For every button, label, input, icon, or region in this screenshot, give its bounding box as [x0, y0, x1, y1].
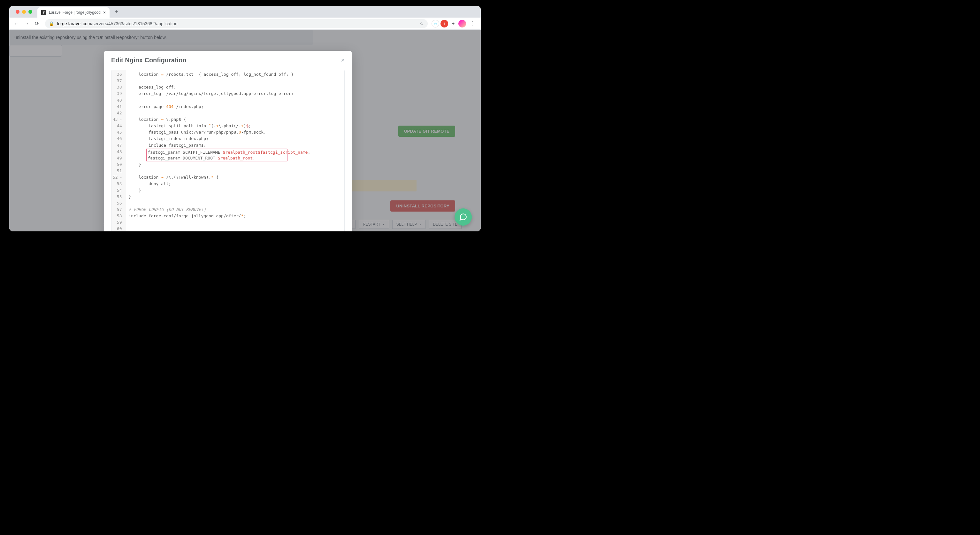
- line-number: 51: [113, 168, 123, 174]
- line-number: 49: [113, 155, 123, 161]
- line-number: 41: [113, 103, 123, 110]
- chat-icon: [459, 213, 467, 221]
- code-line: location = /robots.txt { access_log off;…: [129, 71, 342, 78]
- code-line: # FORGE CONFIG (DO NOT REMOVE!): [129, 207, 342, 213]
- line-number: 38: [113, 84, 123, 91]
- code-line: deny all;: [129, 181, 342, 187]
- code-line: [129, 168, 342, 174]
- code-line: [129, 78, 342, 84]
- code-line: error_page 404 /index.php;: [129, 103, 342, 110]
- line-number: 59: [113, 219, 123, 226]
- window-maximize-icon[interactable]: [29, 10, 32, 14]
- code-line: [129, 110, 342, 116]
- code-line: }: [129, 161, 342, 168]
- url-path: /servers/457363/sites/1315368#/applicati…: [91, 21, 177, 26]
- code-line: [129, 219, 342, 226]
- code-line: include fastcgi_params;: [129, 142, 342, 149]
- tab-bar: F Laravel Forge | forge.jollygood × +: [9, 6, 481, 18]
- tab-close-icon[interactable]: ×: [103, 10, 106, 15]
- line-number: 52 ▾: [113, 174, 123, 181]
- tab-title: Laravel Forge | forge.jollygood: [49, 10, 100, 15]
- code-line: access_log off;: [129, 84, 342, 91]
- window-close-icon[interactable]: [16, 10, 19, 14]
- code-editor[interactable]: 3637383940414243 ▾444546474849505152 ▾53…: [111, 70, 345, 231]
- window-controls: [12, 10, 36, 14]
- code-line: location ~ /\.(?!well-known).* {: [129, 174, 342, 181]
- line-number: 56: [113, 200, 123, 207]
- browser-window: F Laravel Forge | forge.jollygood × + ← …: [9, 6, 481, 231]
- profile-avatar[interactable]: [458, 20, 466, 27]
- browser-toolbar: ← → ⟳ 🔒 forge.laravel.com/servers/457363…: [9, 18, 481, 30]
- line-number: 54: [113, 187, 123, 194]
- line-number: 39: [113, 91, 123, 97]
- nav-reload-button[interactable]: ⟳: [32, 19, 41, 28]
- line-number: 53: [113, 181, 123, 187]
- help-chat-button[interactable]: [455, 209, 472, 226]
- code-line: }: [129, 187, 342, 194]
- code-line: [129, 97, 342, 103]
- line-number: 47: [113, 142, 123, 149]
- code-line: include forge-conf/forge.jollygood.app/a…: [129, 213, 342, 219]
- modal-title: Edit Nginx Configuration: [111, 57, 186, 64]
- code-line: fastcgi_pass unix:/var/run/php/php8.0-fp…: [129, 129, 342, 135]
- address-bar[interactable]: 🔒 forge.laravel.com/servers/457363/sites…: [45, 19, 428, 28]
- react-devtools-icon[interactable]: ⚛: [431, 20, 439, 27]
- code-line: [129, 200, 342, 207]
- line-number: 50: [113, 161, 123, 168]
- nav-back-button[interactable]: ←: [12, 19, 21, 28]
- url-host: forge.laravel.com: [57, 21, 91, 26]
- line-number: 57: [113, 207, 123, 213]
- modal-close-button[interactable]: ×: [341, 57, 345, 64]
- code-line: error_log /var/log/nginx/forge.jollygood…: [129, 91, 342, 97]
- line-number: 43 ▾: [113, 116, 123, 123]
- line-number: 37: [113, 78, 123, 84]
- extension-icon[interactable]: +: [441, 20, 448, 27]
- code-line: [129, 226, 342, 231]
- line-number: 40: [113, 97, 123, 103]
- line-number: 42: [113, 110, 123, 116]
- edit-nginx-modal: Edit Nginx Configuration × 3637383940414…: [104, 51, 352, 231]
- line-number: 45: [113, 129, 123, 135]
- new-tab-button[interactable]: +: [112, 7, 121, 16]
- code-line: fastcgi_param SCRIPT_FILENAME $realpath_…: [146, 149, 288, 155]
- browser-tab[interactable]: F Laravel Forge | forge.jollygood ×: [37, 7, 110, 18]
- code-line: location ~ \.php$ {: [129, 116, 342, 123]
- code-line: fastcgi_index index.php;: [129, 135, 342, 142]
- favicon-icon: F: [41, 10, 46, 15]
- extensions-icon[interactable]: ✦: [449, 20, 457, 27]
- line-number: 60: [113, 226, 123, 231]
- bookmark-star-icon[interactable]: ☆: [420, 21, 424, 26]
- code-line: fastcgi_param DOCUMENT_ROOT $realpath_ro…: [146, 155, 288, 161]
- nav-forward-button[interactable]: →: [22, 19, 31, 28]
- line-number: 36: [113, 71, 123, 78]
- lock-icon: 🔒: [49, 21, 54, 26]
- line-gutter: 3637383940414243 ▾444546474849505152 ▾53…: [111, 70, 126, 231]
- browser-menu-icon[interactable]: ⋮: [467, 20, 478, 27]
- code-body[interactable]: location = /robots.txt { access_log off;…: [126, 70, 345, 231]
- line-number: 55: [113, 194, 123, 200]
- line-number: 48: [113, 149, 123, 155]
- code-line: fastcgi_split_path_info ^(.+\.php)(/.+)$…: [129, 123, 342, 129]
- page-content: uninstall the existing repository using …: [9, 30, 481, 231]
- modal-header: Edit Nginx Configuration ×: [104, 51, 352, 67]
- line-number: 58: [113, 213, 123, 219]
- window-minimize-icon[interactable]: [22, 10, 26, 14]
- code-line: }: [129, 194, 342, 200]
- line-number: 44: [113, 123, 123, 129]
- line-number: 46: [113, 135, 123, 142]
